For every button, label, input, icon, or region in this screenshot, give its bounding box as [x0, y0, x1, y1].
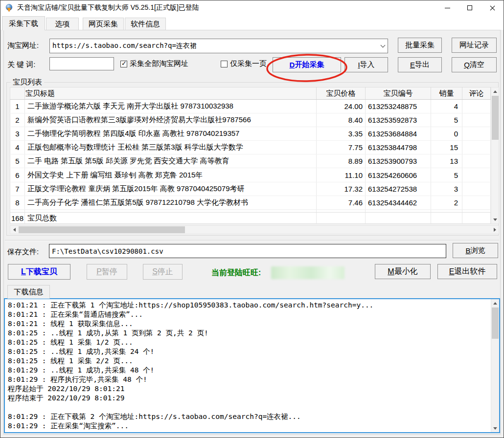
scroll-down-button[interactable] — [491, 216, 499, 223]
table-horizontal-scrollbar[interactable] — [10, 225, 499, 234]
tab-label: 下载信息 — [14, 287, 44, 297]
taobao-url-input[interactable] — [50, 39, 378, 53]
button-label: 浏览 — [471, 246, 485, 255]
tab-web-collect[interactable]: 网页采集 — [83, 18, 124, 30]
log-scroll-thumb[interactable] — [492, 307, 499, 339]
header-sales[interactable]: 销量 — [431, 88, 462, 100]
total-label: 宝贝总数 — [25, 213, 317, 224]
cell-comment — [462, 182, 491, 196]
title-bar[interactable]: 天音淘宝店铺/宝贝批量下载复制大师 V5.25.1[正式版]已登陆 — [0, 0, 504, 15]
start-collect-button[interactable]: D开始采集 — [273, 57, 341, 72]
url-history-button[interactable]: 网址记录 — [452, 38, 497, 53]
tab-strip: 采集下载 选项 网页采集 软件信息 — [0, 15, 504, 30]
cell-no: 3 — [10, 127, 25, 141]
stop-button[interactable]: S停止 — [143, 264, 183, 280]
tab-collect-download[interactable]: 采集下载 — [2, 16, 45, 30]
cell-id: 613253844798 — [366, 141, 431, 154]
pause-button[interactable]: P暂停 — [87, 264, 127, 280]
tab-options[interactable]: 选项 — [46, 18, 79, 30]
cell-sales: 2 — [431, 196, 462, 209]
cell-sales: 0 — [431, 127, 462, 141]
minimize-window-button[interactable] — [436, 0, 458, 15]
accel-letter: E — [449, 267, 455, 276]
accel-letter: D — [290, 61, 295, 69]
cell-no: 1 — [10, 100, 25, 113]
maximize-window-button[interactable] — [458, 0, 481, 15]
save-file-label: 保存文件: — [7, 247, 39, 257]
cell-no: 8 — [10, 196, 25, 209]
button-label: 暂停 — [102, 267, 117, 277]
save-file-input[interactable] — [49, 244, 446, 258]
tab-download-info[interactable]: 下载信息 — [7, 285, 50, 299]
scroll-down-button[interactable] — [491, 424, 499, 432]
cell-price: 8.40 — [317, 113, 366, 127]
header-comments[interactable]: 评论 — [462, 88, 491, 100]
cell-price: 11.10 — [317, 168, 366, 182]
checkbox-box — [221, 61, 228, 67]
vertical-scroll-thumb[interactable] — [492, 96, 499, 140]
scroll-up-button[interactable] — [491, 88, 499, 95]
arrow-left-icon — [13, 228, 16, 232]
tab-label: 采集下载 — [9, 19, 38, 28]
collect-one-page-checkbox[interactable]: 仅采集一页 — [221, 59, 267, 68]
tab-label: 软件信息 — [131, 20, 160, 29]
header-row-number[interactable] — [10, 88, 25, 100]
tab-software-info[interactable]: 软件信息 — [125, 18, 166, 30]
cell-id: 613254344462 — [366, 196, 431, 209]
table-row[interactable]: 8二手高分子化学 潘祖仁第五版第5版 978712210798 大学化学教材书7… — [10, 196, 491, 209]
item-list-group-label: 宝贝列表 — [11, 78, 44, 87]
table-vertical-scrollbar[interactable] — [491, 87, 499, 224]
log-vertical-scrollbar[interactable] — [491, 299, 499, 432]
table-row[interactable]: 7正版文学理论教程 童庆炳 第五版2015年 高教 9787040425079考… — [10, 182, 491, 196]
header-item-title[interactable]: 宝贝标题 — [25, 88, 317, 100]
exit-app-button[interactable]: E退出软件 — [437, 264, 497, 279]
cell-price: 7.46 — [317, 196, 366, 209]
cell-title: 正版文学理论教程 童庆炳 第五版2015年 高教 9787040425079考研 — [25, 182, 317, 196]
checkbox-label: 仅采集一页 — [230, 59, 267, 68]
arrow-right-icon — [494, 228, 496, 232]
batch-collect-button[interactable]: 批量采集 — [398, 38, 442, 53]
table-row[interactable]: 3二手物理化学简明教程 第四版4版 印永嘉 高教社 97870402193573… — [10, 127, 491, 141]
table-row[interactable]: 1二手旅游学概论第六版 李天元 南开大学出版社 978731003293824.… — [10, 100, 491, 113]
button-label: 网址记录 — [459, 41, 489, 50]
collect-download-page: 淘宝网址: 批量采集 网址记录 关 键 词: 采集全部淘宝网址 仅采集一页 D开… — [3, 30, 501, 435]
button-label: 停止 — [158, 267, 173, 277]
scroll-up-button[interactable] — [491, 299, 499, 307]
table-row[interactable]: 4正版包邮概率论与数理统计 王松桂 第三版第3版 科学出版大学数学7.75613… — [10, 141, 491, 154]
table-row[interactable]: 2新编外贸英语口语教程第三3版廖瑛对外经济贸易大学出版社97875668.406… — [10, 113, 491, 127]
horizontal-scroll-thumb[interactable] — [19, 226, 185, 233]
download-log-text[interactable]: 8:01:21 : 正在下载第 1 个淘宝地址:https://shop1059… — [5, 299, 491, 432]
cell-comment — [462, 141, 491, 154]
close-icon — [489, 5, 496, 11]
scroll-left-button[interactable] — [10, 226, 18, 234]
tab-label: 网页采集 — [89, 20, 118, 29]
export-button[interactable]: E导出 — [398, 57, 442, 72]
close-window-button[interactable] — [481, 0, 504, 15]
url-dropdown-button[interactable] — [378, 39, 388, 53]
cell-no: 6 — [10, 168, 25, 182]
header-item-price[interactable]: 宝贝价格 — [317, 88, 366, 100]
cell-id: 613253900793 — [366, 154, 431, 168]
keyword-input[interactable] — [49, 57, 114, 70]
scroll-right-button[interactable] — [491, 226, 499, 234]
browse-button[interactable]: B浏览 — [453, 243, 498, 258]
item-table-wrap: 宝贝标题 宝贝价格 宝贝编号 销量 评论 1二手旅游学概论第六版 李天元 南开大… — [10, 87, 499, 224]
download-items-button[interactable]: L下载宝贝 — [8, 264, 70, 280]
table-row[interactable]: 6外国文学史 上下册 编写组 聂珍钊 高教 郑克鲁 2015年11.106132… — [10, 168, 491, 182]
collect-all-urls-checkbox[interactable]: 采集全部淘宝网址 — [120, 59, 188, 68]
table-row[interactable]: 5二手 电路 第五版 第5版 邱关源 罗先觉 西安交通大学 高等教育8.8961… — [10, 154, 491, 168]
item-table: 宝贝标题 宝贝价格 宝贝编号 销量 评论 1二手旅游学概论第六版 李天元 南开大… — [10, 87, 491, 224]
cell-sales: 4 — [431, 100, 462, 113]
checkbox-box — [120, 61, 127, 67]
cell-title: 正版包邮概率论与数理统计 王松桂 第三版第3版 科学出版大学数学 — [25, 141, 317, 154]
button-label: 开始采集 — [295, 60, 324, 69]
clear-button[interactable]: Q清空 — [452, 57, 497, 72]
cell-id: 613253248875 — [366, 100, 431, 113]
checkbox-label: 采集全部淘宝网址 — [130, 59, 188, 68]
cell-id: 613253684884 — [366, 127, 431, 141]
header-item-id[interactable]: 宝贝编号 — [366, 88, 431, 100]
cell-sales: 13 — [431, 154, 462, 168]
import-button[interactable]: I导入 — [344, 57, 388, 72]
minimize-app-button[interactable]: M最小化 — [375, 264, 431, 279]
button-label: 退出软件 — [454, 266, 485, 277]
